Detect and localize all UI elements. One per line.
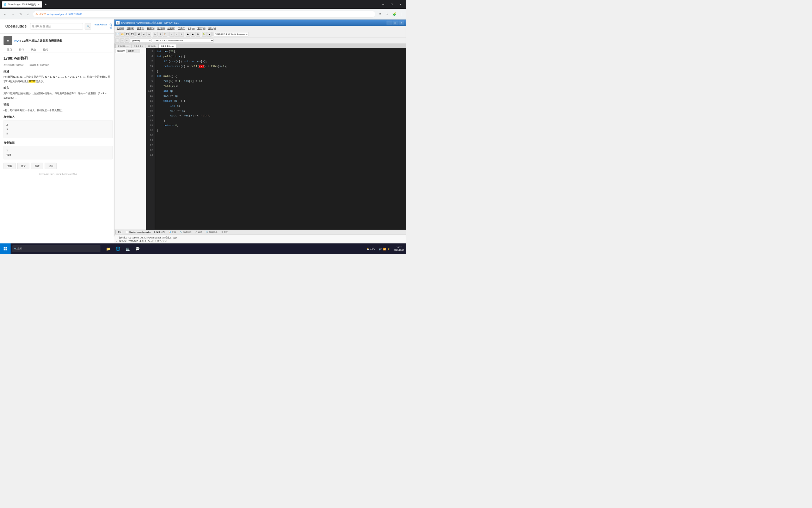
shorten-checkbox[interactable] [126,231,128,234]
code-editor[interactable]: 3 4 5 6▼ 7 8 9 10 11▼ 12 13 14 15 16▼ 17… [146,48,406,230]
compile-log-tab[interactable]: ⚙ 编译日志 [152,230,166,235]
file-tab-2[interactable]: []未命名3 [132,44,145,48]
devcpp-minimize[interactable]: ─ [387,21,392,25]
start-button[interactable] [0,243,11,254]
stop-debug-btn[interactable]: ■ [207,32,212,36]
file-tab-3[interactable]: []未命名4 [145,44,159,48]
func-select[interactable]: (globals) [130,38,151,42]
code-content[interactable]: int res[25]; int pell(int x) { if (res[x… [155,48,406,230]
unindent-btn[interactable]: ← [174,32,179,36]
submit-button[interactable]: 提交 [17,163,29,169]
tab-close-button[interactable]: ✕ [37,3,40,6]
menu-astyle[interactable]: AStyle [186,26,196,31]
address-bar[interactable]: ⚠ 不安全 noi.openjudge.cn/ch0202/1788/ [33,11,375,17]
more-button[interactable]: ⋮ [398,11,404,17]
code-line-4: int res[25]; [157,49,404,54]
credit-link[interactable]: 信誉 [110,23,112,30]
username-link[interactable]: wangkainan [95,23,107,30]
search-button[interactable]: 🔍 [85,23,91,30]
undo-btn[interactable]: ↩ [142,32,146,36]
close-tab[interactable]: ✕ 关闭 [220,230,230,235]
indent-btn[interactable]: → [170,32,174,36]
back-button[interactable]: ← [2,11,8,17]
menu-tools[interactable]: 工具[T] [177,26,187,31]
file-tab-1[interactable]: 未命名2.cpp [115,44,131,48]
menu-project[interactable]: 项目[P] [156,26,166,31]
open-btn[interactable]: 📂 [120,32,125,36]
file-tab-4-active[interactable]: []未命名5.cpp [159,44,176,48]
desc-section-title: 描述 [4,69,113,73]
debug-view-btn[interactable]: D [125,38,129,43]
compiler-select[interactable]: TDM-GCC 4.9.2 64-bit Release [214,32,248,36]
noi-link[interactable]: NOI [14,39,19,42]
taskbar-chrome-icon[interactable]: 🌐 [114,243,123,254]
print-btn[interactable]: 🖨 [137,32,141,36]
menu-file[interactable]: 文件[F] [115,26,125,31]
tab-question[interactable]: 提问 [39,47,51,53]
save-all-btn[interactable]: 💾 [130,32,135,36]
taskbar-vscode-icon[interactable]: 💻 [123,243,132,254]
run-btn[interactable]: ▶ [191,32,195,36]
forward-button[interactable]: → [10,11,16,17]
code-line-17: int x; [157,103,404,108]
tab-problem[interactable]: 题目 [4,47,16,53]
refresh-button[interactable]: ↻ [17,11,24,17]
tab-ranking[interactable]: 排行 [16,47,27,53]
close-button[interactable]: ✕ [396,2,404,7]
stop-button[interactable]: 中止 [115,230,124,235]
resource-tab[interactable]: 📊 资源 [167,230,178,235]
problem-title: 1788:Pell数列 [4,56,113,61]
devcpp-close[interactable]: ✕ [399,21,404,25]
cut-btn[interactable]: ✂ [153,32,158,36]
search-results-tab[interactable]: 🔍 搜索结果 [204,230,219,235]
menu-view[interactable]: 视图[V] [146,26,156,31]
taskbar-search[interactable]: 🔍 搜索 [12,245,100,252]
project-mgmt-tab[interactable]: 项目管理 [115,49,126,53]
class-view-btn[interactable]: C [115,38,119,43]
compile-btn[interactable]: ▶ [186,32,190,36]
tray-icon-3[interactable]: ⚡ [387,247,390,250]
paste-btn[interactable]: 📋 [163,32,167,36]
tray-icon-1[interactable]: 🔊 [379,247,382,250]
project-view-btn[interactable]: P [120,38,124,43]
extensions-button[interactable]: 🧩 [391,11,397,17]
taskbar-qq-icon[interactable]: 💬 [133,243,142,254]
view-button[interactable]: 查看 [4,163,16,169]
home-button[interactable]: ⌂ [25,11,31,17]
system-clock[interactable]: 18:37 2023/11/15 [392,246,406,252]
search-input[interactable] [30,23,83,30]
copy-btn[interactable]: ⎘ [158,32,162,36]
save-btn[interactable]: 💾 [125,32,130,36]
menu-search[interactable]: 搜索[S] [136,26,146,31]
new-file-btn[interactable]: 📄 [115,32,120,36]
version-select[interactable]: TDM-GCC 4.9.2 64-bit Release [152,38,214,42]
active-tab[interactable]: 🌐 OpenJudge - 1788:Pell数列 ✕ [2,1,42,8]
code-line-9: } [157,69,404,74]
check-tab[interactable]: ✓ 确误 [193,230,204,235]
openjudge-logo[interactable]: OpenJudge [5,24,27,29]
comment-btn[interactable]: // [179,32,184,36]
share-button[interactable]: ⬆ [377,11,383,17]
debug-btn[interactable]: 🐛 [202,32,207,36]
menu-edit[interactable]: 编辑[E] [125,26,136,31]
maximize-button[interactable]: □ [388,2,396,7]
toggle-sidebar-tab[interactable]: ↔ [135,49,141,53]
shorten-label: Shorten compiler paths [125,230,152,234]
menu-window[interactable]: 窗口[W] [196,26,207,31]
ask-button[interactable]: 提问 [45,163,57,169]
class-view-tab[interactable]: 查看类 [126,49,135,53]
stats-button[interactable]: 统计 [31,163,43,169]
svg-rect-1 [6,247,7,249]
tray-icon-2[interactable]: 📶 [383,247,386,250]
menu-run[interactable]: 运行[R] [166,26,176,31]
tab-status[interactable]: 状态 [27,47,39,53]
compile-run-btn[interactable]: ⚙ [196,32,200,36]
devcpp-maximize[interactable]: □ [393,21,398,25]
new-tab-button[interactable]: + [43,2,48,7]
taskbar-explorer-icon[interactable]: 📁 [104,243,113,254]
minimize-button[interactable]: ─ [379,2,387,7]
bookmark-button[interactable]: ☆ [384,11,390,17]
redo-btn[interactable]: ↪ [147,32,151,36]
debug-log-tab[interactable]: 🔧 编译日志 [178,230,193,235]
menu-help[interactable]: 帮助[H] [207,26,217,31]
